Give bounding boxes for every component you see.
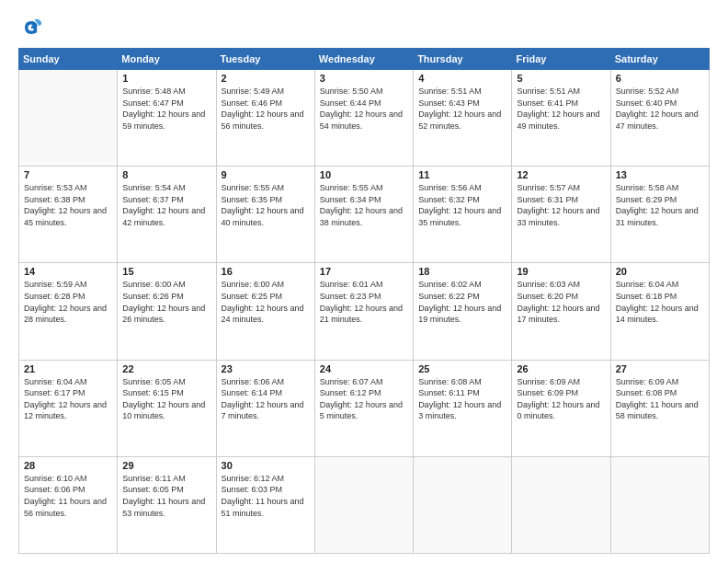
- day-number: 9: [222, 169, 310, 180]
- day-info: Sunrise: 5:50 AMSunset: 6:44 PMDaylight:…: [320, 86, 408, 132]
- day-cell: 15Sunrise: 6:00 AMSunset: 6:26 PMDayligh…: [118, 263, 216, 360]
- day-number: 14: [24, 266, 112, 277]
- day-cell: 1Sunrise: 5:48 AMSunset: 6:47 PMDaylight…: [118, 70, 216, 167]
- day-number: 8: [122, 169, 210, 180]
- day-info: Sunrise: 6:04 AMSunset: 6:17 PMDaylight:…: [24, 376, 112, 422]
- day-number: 25: [418, 363, 506, 374]
- day-info: Sunrise: 6:06 AMSunset: 6:14 PMDaylight:…: [222, 376, 310, 422]
- day-number: 12: [517, 169, 605, 180]
- day-info: Sunrise: 6:00 AMSunset: 6:26 PMDaylight:…: [122, 279, 210, 325]
- day-cell: 28Sunrise: 6:10 AMSunset: 6:06 PMDayligh…: [19, 456, 118, 553]
- logo: [18, 15, 48, 40]
- day-info: Sunrise: 6:02 AMSunset: 6:22 PMDaylight:…: [418, 279, 506, 325]
- day-cell: 16Sunrise: 6:00 AMSunset: 6:25 PMDayligh…: [216, 263, 314, 360]
- day-number: 23: [222, 363, 310, 374]
- day-cell: 27Sunrise: 6:09 AMSunset: 6:08 PMDayligh…: [610, 360, 709, 456]
- day-number: 2: [222, 73, 310, 84]
- day-cell: 23Sunrise: 6:06 AMSunset: 6:14 PMDayligh…: [216, 360, 314, 456]
- day-number: 20: [616, 266, 704, 277]
- day-info: Sunrise: 6:05 AMSunset: 6:15 PMDaylight:…: [122, 376, 210, 422]
- day-cell: [610, 456, 709, 553]
- day-info: Sunrise: 6:09 AMSunset: 6:08 PMDaylight:…: [616, 376, 704, 422]
- day-info: Sunrise: 5:52 AMSunset: 6:40 PMDaylight:…: [616, 86, 704, 132]
- day-cell: 9Sunrise: 5:55 AMSunset: 6:35 PMDaylight…: [216, 167, 314, 263]
- day-number: 27: [616, 363, 704, 374]
- day-cell: 25Sunrise: 6:08 AMSunset: 6:11 PMDayligh…: [414, 360, 512, 456]
- day-number: 3: [320, 73, 408, 84]
- weekday-header-saturday: Saturday: [610, 49, 709, 70]
- day-number: 18: [418, 266, 506, 277]
- day-number: 17: [320, 266, 408, 277]
- day-info: Sunrise: 6:03 AMSunset: 6:20 PMDaylight:…: [517, 279, 605, 325]
- day-cell: [414, 456, 512, 553]
- day-number: 1: [122, 73, 210, 84]
- day-info: Sunrise: 6:07 AMSunset: 6:12 PMDaylight:…: [320, 376, 408, 422]
- day-cell: [314, 456, 413, 553]
- week-row-1: 1Sunrise: 5:48 AMSunset: 6:47 PMDaylight…: [19, 70, 710, 167]
- day-info: Sunrise: 5:55 AMSunset: 6:34 PMDaylight:…: [320, 182, 408, 228]
- weekday-header-sunday: Sunday: [19, 49, 118, 70]
- day-cell: 5Sunrise: 5:51 AMSunset: 6:41 PMDaylight…: [512, 70, 610, 167]
- day-cell: 18Sunrise: 6:02 AMSunset: 6:22 PMDayligh…: [414, 263, 512, 360]
- day-number: 13: [616, 169, 704, 180]
- day-number: 24: [320, 363, 408, 374]
- day-info: Sunrise: 6:09 AMSunset: 6:09 PMDaylight:…: [517, 376, 605, 422]
- page: SundayMondayTuesdayWednesdayThursdayFrid…: [0, 0, 728, 563]
- day-info: Sunrise: 6:11 AMSunset: 6:05 PMDaylight:…: [122, 473, 210, 519]
- day-info: Sunrise: 5:54 AMSunset: 6:37 PMDaylight:…: [122, 182, 210, 228]
- day-info: Sunrise: 6:12 AMSunset: 6:03 PMDaylight:…: [222, 473, 310, 519]
- day-cell: 6Sunrise: 5:52 AMSunset: 6:40 PMDaylight…: [610, 70, 709, 167]
- day-info: Sunrise: 5:59 AMSunset: 6:28 PMDaylight:…: [24, 279, 112, 325]
- day-info: Sunrise: 6:10 AMSunset: 6:06 PMDaylight:…: [24, 473, 112, 519]
- day-info: Sunrise: 5:51 AMSunset: 6:43 PMDaylight:…: [418, 86, 506, 132]
- day-info: Sunrise: 6:00 AMSunset: 6:25 PMDaylight:…: [222, 279, 310, 325]
- day-number: 29: [122, 460, 210, 471]
- day-info: Sunrise: 5:57 AMSunset: 6:31 PMDaylight:…: [517, 182, 605, 228]
- day-cell: 12Sunrise: 5:57 AMSunset: 6:31 PMDayligh…: [512, 167, 610, 263]
- day-cell: 10Sunrise: 5:55 AMSunset: 6:34 PMDayligh…: [314, 167, 413, 263]
- week-row-3: 14Sunrise: 5:59 AMSunset: 6:28 PMDayligh…: [19, 263, 710, 360]
- weekday-header-monday: Monday: [118, 49, 216, 70]
- weekday-header-row: SundayMondayTuesdayWednesdayThursdayFrid…: [19, 49, 710, 70]
- day-number: 10: [320, 169, 408, 180]
- day-number: 16: [222, 266, 310, 277]
- week-row-2: 7Sunrise: 5:53 AMSunset: 6:38 PMDaylight…: [19, 167, 710, 263]
- day-cell: [19, 70, 118, 167]
- day-cell: 14Sunrise: 5:59 AMSunset: 6:28 PMDayligh…: [19, 263, 118, 360]
- day-cell: 8Sunrise: 5:54 AMSunset: 6:37 PMDaylight…: [118, 167, 216, 263]
- day-number: 11: [418, 169, 506, 180]
- day-cell: 7Sunrise: 5:53 AMSunset: 6:38 PMDaylight…: [19, 167, 118, 263]
- day-cell: 13Sunrise: 5:58 AMSunset: 6:29 PMDayligh…: [610, 167, 709, 263]
- day-number: 22: [122, 363, 210, 374]
- week-row-5: 28Sunrise: 6:10 AMSunset: 6:06 PMDayligh…: [19, 456, 710, 553]
- day-info: Sunrise: 5:48 AMSunset: 6:47 PMDaylight:…: [122, 86, 210, 132]
- day-info: Sunrise: 5:58 AMSunset: 6:29 PMDaylight:…: [616, 182, 704, 228]
- day-number: 26: [517, 363, 605, 374]
- day-cell: 19Sunrise: 6:03 AMSunset: 6:20 PMDayligh…: [512, 263, 610, 360]
- weekday-header-thursday: Thursday: [414, 49, 512, 70]
- day-cell: 4Sunrise: 5:51 AMSunset: 6:43 PMDaylight…: [414, 70, 512, 167]
- day-cell: 22Sunrise: 6:05 AMSunset: 6:15 PMDayligh…: [118, 360, 216, 456]
- weekday-header-tuesday: Tuesday: [216, 49, 314, 70]
- logo-icon: [18, 15, 44, 40]
- day-info: Sunrise: 6:01 AMSunset: 6:23 PMDaylight:…: [320, 279, 408, 325]
- day-cell: 3Sunrise: 5:50 AMSunset: 6:44 PMDaylight…: [314, 70, 413, 167]
- day-number: 15: [122, 266, 210, 277]
- day-cell: 24Sunrise: 6:07 AMSunset: 6:12 PMDayligh…: [314, 360, 413, 456]
- day-number: 30: [222, 460, 310, 471]
- day-cell: 29Sunrise: 6:11 AMSunset: 6:05 PMDayligh…: [118, 456, 216, 553]
- day-cell: 17Sunrise: 6:01 AMSunset: 6:23 PMDayligh…: [314, 263, 413, 360]
- weekday-header-friday: Friday: [512, 49, 610, 70]
- day-cell: 2Sunrise: 5:49 AMSunset: 6:46 PMDaylight…: [216, 70, 314, 167]
- day-cell: 11Sunrise: 5:56 AMSunset: 6:32 PMDayligh…: [414, 167, 512, 263]
- day-number: 28: [24, 460, 112, 471]
- day-number: 21: [24, 363, 112, 374]
- week-row-4: 21Sunrise: 6:04 AMSunset: 6:17 PMDayligh…: [19, 360, 710, 456]
- day-cell: 20Sunrise: 6:04 AMSunset: 6:18 PMDayligh…: [610, 263, 709, 360]
- day-info: Sunrise: 6:04 AMSunset: 6:18 PMDaylight:…: [616, 279, 704, 325]
- day-cell: 30Sunrise: 6:12 AMSunset: 6:03 PMDayligh…: [216, 456, 314, 553]
- day-info: Sunrise: 5:49 AMSunset: 6:46 PMDaylight:…: [222, 86, 310, 132]
- day-info: Sunrise: 5:56 AMSunset: 6:32 PMDaylight:…: [418, 182, 506, 228]
- day-info: Sunrise: 5:55 AMSunset: 6:35 PMDaylight:…: [222, 182, 310, 228]
- day-info: Sunrise: 6:08 AMSunset: 6:11 PMDaylight:…: [418, 376, 506, 422]
